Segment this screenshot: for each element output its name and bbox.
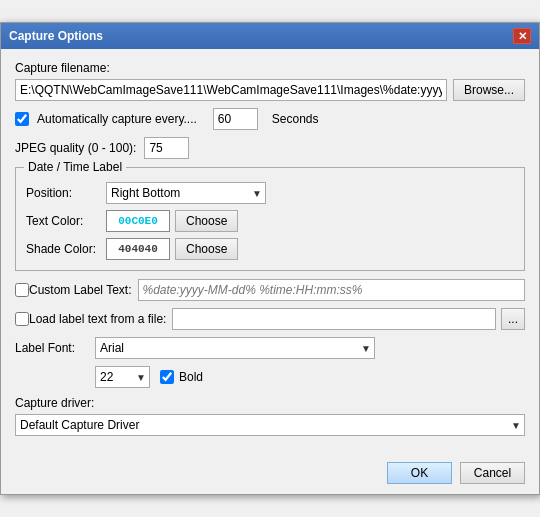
text-color-value: 00C0E0: [118, 215, 158, 227]
font-select[interactable]: Arial Times New Roman Courier New Verdan…: [95, 337, 375, 359]
label-font-row: Label Font: Arial Times New Roman Courie…: [15, 337, 525, 359]
date-time-group: Date / Time Label Position: Right Bottom…: [15, 167, 525, 271]
font-size-row: 8 10 12 14 16 18 20 22 24 ▼ Bold: [15, 366, 525, 388]
jpeg-quality-label: JPEG quality (0 - 100):: [15, 141, 136, 155]
text-color-swatch: 00C0E0: [106, 210, 170, 232]
bold-checkbox[interactable]: [160, 370, 174, 384]
jpeg-quality-input[interactable]: [144, 137, 189, 159]
date-time-inner: Position: Right Bottom Left Bottom Right…: [26, 182, 514, 260]
auto-capture-label: Automatically capture every....: [37, 112, 197, 126]
load-label-checkbox[interactable]: [15, 312, 29, 326]
capture-driver-label: Capture driver:: [15, 396, 525, 410]
cancel-button[interactable]: Cancel: [460, 462, 525, 484]
position-label: Position:: [26, 186, 106, 200]
custom-label-row: Custom Label Text:: [15, 279, 525, 301]
date-time-group-title: Date / Time Label: [24, 160, 126, 174]
browse-button[interactable]: Browse...: [453, 79, 525, 101]
capture-driver-select-wrapper: Default Capture Driver ▼: [15, 414, 525, 436]
auto-capture-row: Automatically capture every.... Seconds: [15, 108, 525, 130]
font-size-select-wrapper: 8 10 12 14 16 18 20 22 24 ▼: [95, 366, 150, 388]
capture-options-dialog: Capture Options ✕ Capture filename: Brow…: [0, 22, 540, 495]
shade-color-row: Shade Color: 404040 Choose: [26, 238, 514, 260]
bold-label-container: Bold: [160, 370, 203, 384]
capture-driver-select[interactable]: Default Capture Driver: [15, 414, 525, 436]
text-color-choose-button[interactable]: Choose: [175, 210, 238, 232]
bold-label-text: Bold: [179, 370, 203, 384]
jpeg-quality-row: JPEG quality (0 - 100):: [15, 137, 525, 159]
shade-color-value: 404040: [118, 243, 158, 255]
dialog-title: Capture Options: [9, 29, 103, 43]
capture-filename-row: Browse...: [15, 79, 525, 101]
capture-filename-input[interactable]: [15, 79, 447, 101]
position-row: Position: Right Bottom Left Bottom Right…: [26, 182, 514, 204]
auto-capture-checkbox[interactable]: [15, 112, 29, 126]
position-select-wrapper: Right Bottom Left Bottom Right Top Left …: [106, 182, 266, 204]
capture-driver-section: Capture driver: Default Capture Driver ▼: [15, 396, 525, 436]
font-select-wrapper: Arial Times New Roman Courier New Verdan…: [95, 337, 375, 359]
dialog-footer: OK Cancel: [1, 454, 539, 494]
text-color-row: Text Color: 00C0E0 Choose: [26, 210, 514, 232]
custom-label-checkbox[interactable]: [15, 283, 29, 297]
ok-button[interactable]: OK: [387, 462, 452, 484]
load-label-row: Load label text from a file: ...: [15, 308, 525, 330]
close-button[interactable]: ✕: [513, 28, 531, 44]
text-color-label: Text Color:: [26, 214, 106, 228]
shade-color-choose-button[interactable]: Choose: [175, 238, 238, 260]
load-label-input[interactable]: [172, 308, 496, 330]
dialog-body: Capture filename: Browse... Automaticall…: [1, 49, 539, 454]
load-label-browse-button[interactable]: ...: [501, 308, 525, 330]
shade-color-label: Shade Color:: [26, 242, 106, 256]
position-select[interactable]: Right Bottom Left Bottom Right Top Left …: [106, 182, 266, 204]
custom-label-label: Custom Label Text:: [29, 283, 132, 297]
title-bar: Capture Options ✕: [1, 23, 539, 49]
font-size-select[interactable]: 8 10 12 14 16 18 20 22 24: [95, 366, 150, 388]
load-label-label: Load label text from a file:: [29, 312, 166, 326]
custom-label-input[interactable]: [138, 279, 526, 301]
capture-interval-input[interactable]: [213, 108, 258, 130]
capture-filename-label: Capture filename:: [15, 61, 525, 75]
shade-color-swatch: 404040: [106, 238, 170, 260]
label-font-label: Label Font:: [15, 341, 95, 355]
seconds-label: Seconds: [272, 112, 319, 126]
